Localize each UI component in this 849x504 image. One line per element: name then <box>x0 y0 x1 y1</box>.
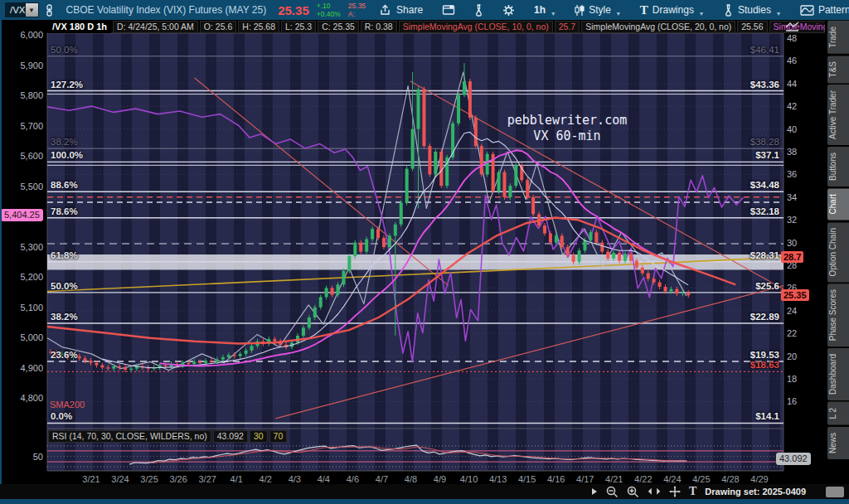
chart-workspace: /VX 180 D 1h D: 4/24/25, 5:00 AM O: 25.6… <box>0 20 849 484</box>
bottom-toolbar: T Drawing set: 2025-0409 <box>0 484 849 499</box>
link-icon[interactable] <box>39 0 60 20</box>
net-change: +.10+0.40% <box>317 2 341 18</box>
pan-horizontal-icon[interactable] <box>648 487 661 496</box>
drawings-button[interactable]: T Drawings▾ <box>634 0 709 20</box>
window-left-border <box>0 20 2 484</box>
tab-phase-scores[interactable]: Phase Scores <box>827 284 849 346</box>
right-tab-strip: TradeT&SActive TraderButtonsChartOption … <box>825 20 849 484</box>
flask-icon[interactable] <box>468 0 489 20</box>
gear-icon[interactable] <box>497 0 520 20</box>
last-price: 25.35 <box>278 3 309 17</box>
chart-panel: /VX 180 D 1h D: 4/24/25, 5:00 AM O: 25.6… <box>0 20 824 484</box>
tab-trade[interactable]: Trade <box>827 21 849 54</box>
style-button[interactable]: Style▾ <box>569 0 626 20</box>
zoom-out-icon[interactable] <box>606 486 619 498</box>
drawing-set-label: Drawing set: 2025-0409 <box>705 487 806 497</box>
tab-chart[interactable]: Chart <box>827 188 849 220</box>
patterns-wave-icon <box>800 0 814 20</box>
main-chart[interactable] <box>0 20 824 484</box>
tab-l-2[interactable]: L 2 <box>827 402 849 425</box>
zoom-in-icon[interactable] <box>627 486 639 498</box>
candlestick-icon <box>575 0 585 20</box>
studies-button[interactable]: Studies▾ <box>717 0 786 20</box>
move-tool-icon[interactable] <box>669 486 681 497</box>
expand-arrow-icon[interactable] <box>591 487 598 496</box>
symbol-dropdown-button[interactable]: ▼ <box>26 3 38 17</box>
window-bottom-border <box>0 499 849 504</box>
tab-option-chain[interactable]: Option Chain <box>827 222 849 282</box>
tab-dashboard[interactable]: Dashboard <box>827 348 849 400</box>
timeframe-button[interactable]: 1h▾ <box>528 0 560 20</box>
text-annotation-icon[interactable]: T <box>689 485 696 498</box>
top-toolbar: /VX ▼ CBOE Volatility Index (VIX) Future… <box>0 0 849 20</box>
tab-t-s[interactable]: T&S <box>827 56 849 83</box>
trading-app-window: /VX ▼ CBOE Volatility Index (VIX) Future… <box>0 0 849 504</box>
studies-flask-icon <box>723 0 734 20</box>
symbol-value: /VX <box>6 5 26 15</box>
share-icon <box>380 0 392 20</box>
corner-grip-button[interactable] <box>826 487 844 497</box>
tab-news[interactable]: News <box>827 427 849 459</box>
symbol-input[interactable]: /VX ▼ <box>5 2 39 17</box>
tab-active-trader[interactable]: Active Trader <box>827 85 849 145</box>
calendar-note-icon[interactable] <box>437 0 460 20</box>
tab-buttons[interactable]: Buttons <box>827 147 849 187</box>
text-tool-icon: T <box>640 3 648 17</box>
patterns-button[interactable]: Patterns▾ <box>794 0 849 20</box>
instrument-title: CBOE Volatility Index (VIX) Futures (MAY… <box>66 4 267 16</box>
share-button[interactable]: Share <box>374 0 429 20</box>
